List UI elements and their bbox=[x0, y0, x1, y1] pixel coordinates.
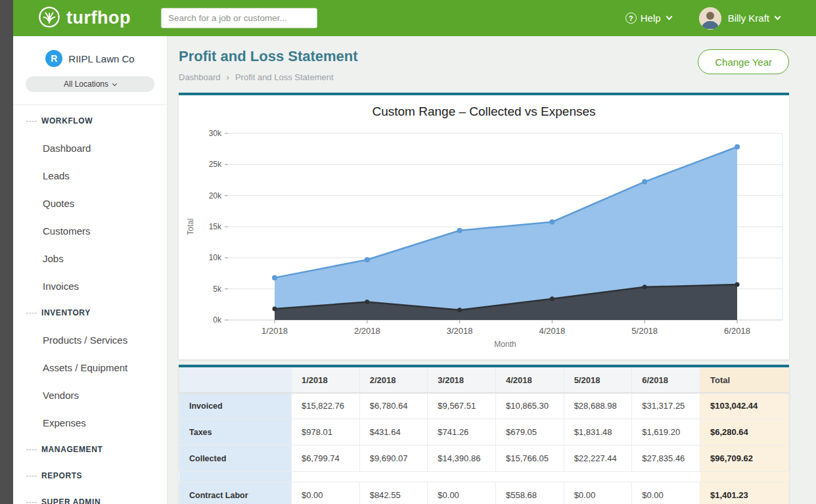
help-icon bbox=[625, 12, 637, 24]
page-head: Profit and Loss Statement Dashboard › Pr… bbox=[179, 48, 789, 82]
sidebar-item-quotes[interactable]: Quotes bbox=[13, 189, 167, 217]
cell-value: $15,822.76 bbox=[292, 393, 360, 419]
column-header: 1/2018 bbox=[292, 368, 360, 393]
company-selector: R RIIPL Lawn Co bbox=[13, 36, 167, 67]
column-header: 6/2018 bbox=[632, 368, 700, 393]
sidebar: R RIIPL Lawn Co All Locations WORKFLOWDa… bbox=[13, 36, 168, 504]
y-tick-label: 5k bbox=[213, 285, 222, 294]
cell-value: $15,766.05 bbox=[495, 446, 564, 472]
expenses-point bbox=[273, 306, 277, 311]
sidebar-item-leads[interactable]: Leads bbox=[13, 162, 167, 189]
expenses-point bbox=[550, 296, 555, 301]
content-row: R RIIPL Lawn Co All Locations WORKFLOWDa… bbox=[13, 36, 816, 504]
breadcrumb: Dashboard › Profit and Loss Statement bbox=[179, 72, 358, 82]
avatar bbox=[699, 7, 721, 30]
cell-value: $22,227.44 bbox=[564, 446, 632, 472]
y-tick-label: 10k bbox=[209, 253, 222, 262]
collected-point bbox=[365, 257, 370, 262]
cell-value: $27,835.46 bbox=[632, 446, 700, 472]
table-header-row: 1/20182/20183/20184/20185/20186/2018Tota… bbox=[179, 368, 789, 393]
column-header: 5/2018 bbox=[564, 368, 632, 393]
user-name: Billy Kraft bbox=[728, 12, 769, 24]
cell-value: $28,688.98 bbox=[564, 393, 632, 419]
cell-value: $741.26 bbox=[428, 419, 496, 446]
table-row: Collected$6,799.74$9,690.07$14,390.86$15… bbox=[179, 446, 789, 472]
breadcrumb-dashboard[interactable]: Dashboard bbox=[179, 72, 221, 82]
help-menu[interactable]: Help bbox=[625, 12, 671, 24]
chart-title: Custom Range – Collected vs Expenses bbox=[179, 104, 789, 119]
sidebar-section-reports: REPORTS bbox=[13, 463, 167, 489]
logo-wordmark: turfhop bbox=[66, 8, 131, 28]
sidebar-nav: WORKFLOWDashboardLeadsQuotesCustomersJob… bbox=[13, 104, 167, 504]
y-tick-label: 15k bbox=[209, 222, 222, 231]
help-label: Help bbox=[641, 12, 661, 24]
header-right: Help Billy Kraft bbox=[625, 7, 780, 30]
column-header: 3/2018 bbox=[428, 368, 496, 393]
tree-dash-icon bbox=[26, 449, 37, 450]
pnl-table-card: 1/20182/20183/20184/20185/20186/2018Tota… bbox=[179, 365, 789, 504]
expenses-point bbox=[457, 308, 462, 312]
table-row: Contract Labor$0.00$842.55$0.00$558.68$0… bbox=[179, 482, 789, 504]
user-menu[interactable]: Billy Kraft bbox=[699, 7, 780, 30]
table-row: Taxes$978.01$431.64$741.26$679.05$1,831.… bbox=[179, 419, 789, 446]
collected-point bbox=[549, 219, 555, 225]
column-header: 2/2018 bbox=[359, 368, 428, 393]
collected-point bbox=[457, 228, 463, 233]
x-tick-label: 5/2018 bbox=[631, 326, 658, 336]
chart-card: Custom Range – Collected vs Expenses 0k5… bbox=[179, 93, 789, 359]
cell-value: $431.64 bbox=[359, 419, 428, 446]
tree-dash-icon bbox=[26, 502, 37, 503]
row-label: Taxes bbox=[179, 419, 292, 446]
logo[interactable]: turfhop bbox=[38, 6, 131, 31]
expenses-point bbox=[735, 283, 740, 287]
top-header: turfhop Help Bill bbox=[13, 0, 816, 36]
collected-point bbox=[272, 275, 277, 281]
cell-value: $1,619.20 bbox=[632, 419, 700, 446]
row-total: $1,401.23 bbox=[700, 482, 789, 504]
locations-dropdown[interactable]: All Locations bbox=[26, 76, 154, 92]
row-total: $6,280.64 bbox=[700, 419, 789, 446]
sidebar-section-management: MANAGEMENT bbox=[13, 436, 167, 463]
cell-value: $1,831.48 bbox=[564, 419, 632, 446]
y-tick-label: 30k bbox=[209, 129, 222, 138]
sidebar-section-inventory: INVENTORY bbox=[13, 300, 167, 326]
breadcrumb-separator: › bbox=[227, 72, 229, 82]
sidebar-item-assets-equipment[interactable]: Assets / Equipment bbox=[13, 354, 167, 381]
sidebar-item-expenses[interactable]: Expenses bbox=[13, 409, 167, 436]
row-total: $96,709.62 bbox=[700, 446, 789, 472]
sidebar-section-super-admin: SUPER ADMIN bbox=[13, 489, 167, 504]
cell-value: $679.05 bbox=[495, 419, 564, 446]
sidebar-item-customers[interactable]: Customers bbox=[13, 217, 167, 244]
sidebar-item-dashboard[interactable]: Dashboard bbox=[13, 134, 167, 162]
chevron-down-icon bbox=[775, 14, 781, 20]
turfhop-logo-icon bbox=[38, 6, 60, 31]
row-total: $103,042.44 bbox=[700, 393, 789, 419]
sidebar-item-jobs[interactable]: Jobs bbox=[13, 244, 167, 272]
x-axis-label: Month bbox=[494, 340, 516, 349]
app-root: turfhop Help Bill bbox=[0, 0, 816, 504]
y-axis-label: Total bbox=[186, 218, 195, 235]
change-year-button[interactable]: Change Year bbox=[698, 49, 789, 74]
x-tick-label: 6/2018 bbox=[724, 326, 750, 336]
column-header-blank bbox=[179, 368, 292, 393]
chevron-down-icon bbox=[666, 14, 672, 20]
cell-value: $978.01 bbox=[292, 419, 360, 446]
sidebar-item-products-services[interactable]: Products / Services bbox=[13, 326, 167, 354]
sidebar-item-vendors[interactable]: Vendors bbox=[13, 381, 167, 409]
group-spacer-row bbox=[179, 472, 789, 482]
row-label: Contract Labor bbox=[179, 482, 292, 504]
sidebar-item-invoices[interactable]: Invoices bbox=[13, 272, 167, 300]
collected-point bbox=[642, 179, 647, 185]
page-title: Profit and Loss Statement bbox=[179, 48, 358, 65]
main-content: Profit and Loss Statement Dashboard › Pr… bbox=[168, 36, 816, 504]
app-body: turfhop Help Bill bbox=[13, 0, 816, 504]
cell-value: $10,865.30 bbox=[495, 393, 564, 419]
tree-dash-icon bbox=[26, 121, 37, 122]
search-input[interactable] bbox=[161, 8, 317, 28]
cell-value: $6,780.64 bbox=[359, 393, 428, 419]
cell-value: $14,390.86 bbox=[428, 446, 496, 472]
y-tick-label: 0k bbox=[213, 315, 222, 325]
column-header: 4/2018 bbox=[495, 368, 564, 393]
breadcrumb-current: Profit and Loss Statement bbox=[235, 72, 334, 82]
y-tick-label: 25k bbox=[209, 160, 222, 169]
